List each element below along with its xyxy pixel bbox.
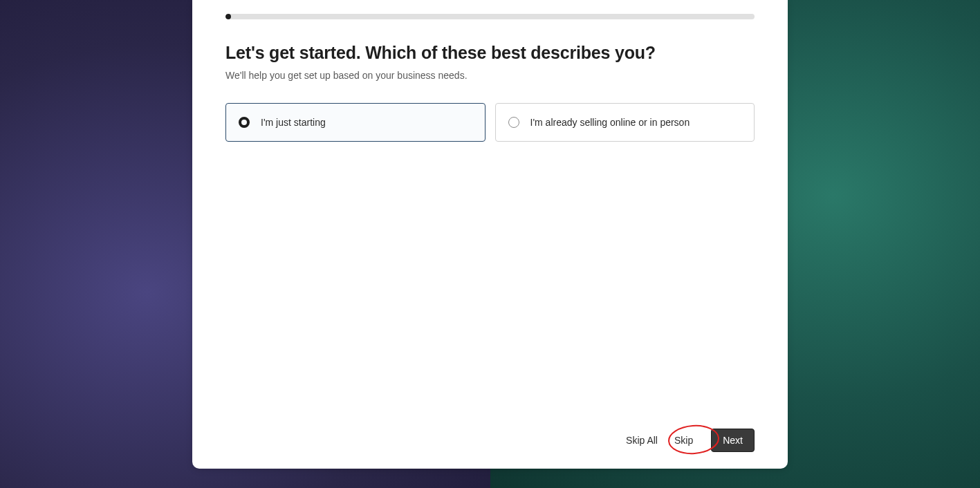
page-subtitle: We'll help you get set up based on your … bbox=[225, 70, 755, 81]
radio-icon bbox=[508, 117, 519, 128]
radio-icon bbox=[239, 117, 250, 128]
footer-actions: Skip All Skip Next bbox=[225, 429, 755, 452]
skip-button[interactable]: Skip bbox=[667, 429, 700, 451]
page-heading: Let's get started. Which of these best d… bbox=[225, 43, 755, 63]
option-already-selling[interactable]: I'm already selling online or in person bbox=[495, 103, 755, 142]
next-button[interactable]: Next bbox=[711, 429, 755, 452]
onboarding-panel: Let's get started. Which of these best d… bbox=[192, 0, 788, 469]
option-label: I'm just starting bbox=[261, 117, 326, 128]
progress-fill bbox=[225, 14, 231, 19]
progress-bar bbox=[225, 14, 755, 19]
option-just-starting[interactable]: I'm just starting bbox=[225, 103, 486, 142]
option-label: I'm already selling online or in person bbox=[530, 117, 690, 128]
options-group: I'm just starting I'm already selling on… bbox=[225, 103, 755, 142]
skip-all-button[interactable]: Skip All bbox=[619, 429, 665, 451]
